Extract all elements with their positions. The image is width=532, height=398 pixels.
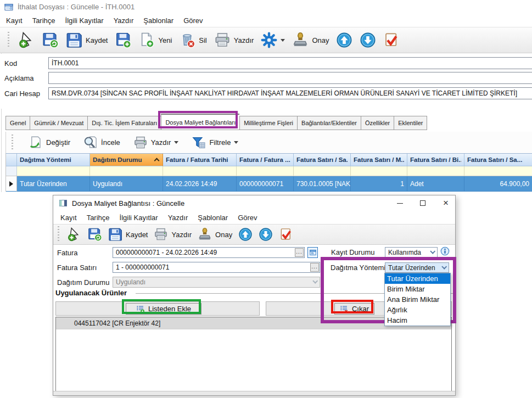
column-header[interactable]: Fatura Satırı / Sa... — [294, 154, 351, 166]
column-header[interactable]: Fatura / Fatura Tarihi — [163, 154, 237, 166]
dropdown-option[interactable]: Birim Miktar — [385, 284, 450, 294]
tab[interactable]: Gümrük / Mevzuat — [30, 116, 87, 130]
tab[interactable]: Genel — [5, 116, 30, 130]
menu-item[interactable]: Yazdır — [109, 15, 139, 26]
dialog-print-button[interactable]: Yazdır — [154, 227, 192, 242]
filter-cell[interactable] — [351, 166, 407, 176]
fatura-input[interactable] — [113, 247, 305, 258]
dialog-save-button[interactable]: Kaydet — [108, 227, 148, 242]
edit-row-button[interactable]: Değiştir — [29, 136, 70, 150]
previous-record-button[interactable] — [336, 32, 352, 48]
fatura-satiri-lookup-button[interactable]: ... — [310, 263, 319, 272]
menu-item[interactable]: Şablonlar — [138, 15, 178, 26]
grid-cell[interactable]: Adet — [407, 176, 464, 192]
dialog-confirm-button[interactable] — [279, 227, 293, 242]
column-header[interactable]: Fatura Satırı / Bi... — [407, 154, 464, 166]
tab[interactable]: Dış. Tic. İşlem Faturaları — [87, 116, 161, 130]
approve-button[interactable]: Onay — [292, 32, 329, 48]
maximize-button[interactable] — [413, 197, 432, 210]
column-header[interactable]: Dağıtma Yöntemi — [17, 154, 90, 166]
dialog-menu-item[interactable]: Yazdır — [163, 212, 193, 223]
toolbar-drag-handle[interactable] — [8, 32, 9, 48]
menu-item[interactable]: İlgili Kayıtlar — [60, 15, 109, 26]
dialog-menu-item[interactable]: Kayıt — [55, 212, 82, 223]
new-button[interactable]: Yeni — [138, 32, 172, 48]
grid-cell[interactable]: 24.02.2026 14:49 — [163, 176, 237, 192]
dialog-toolbar-drag-handle[interactable] — [58, 226, 59, 243]
tab[interactable]: Millileştirme Fişleri — [239, 116, 297, 130]
close-button[interactable]: × — [436, 197, 455, 210]
inspect-row-button[interactable]: İncele — [83, 136, 120, 150]
next-record-button[interactable] — [360, 32, 376, 48]
filter-cell[interactable] — [464, 166, 532, 176]
products-listbox[interactable]: 0445117042 [CR Enjektör 42] — [55, 317, 452, 391]
tab[interactable]: Özellikler — [361, 116, 394, 130]
column-header[interactable]: Dağıtım Durumu — [90, 154, 163, 166]
cari-hesap-input[interactable] — [48, 87, 532, 99]
column-header[interactable]: Fatura Satırı / M... — [351, 154, 407, 166]
confirm-button[interactable] — [383, 32, 400, 48]
filter-button[interactable]: Filtrele — [192, 136, 238, 150]
fatura-satiri-input[interactable] — [113, 262, 320, 273]
grid-toolbar-drag-handle[interactable] — [12, 134, 13, 151]
dropdown-option[interactable]: Hacim — [385, 315, 450, 326]
delete-button[interactable]: Sil — [179, 32, 206, 48]
filter-cell[interactable] — [163, 166, 237, 176]
settings-button[interactable] — [261, 32, 285, 48]
grid-cell[interactable]: 000000000071 — [237, 176, 294, 192]
filter-cell[interactable] — [17, 166, 90, 176]
print-button[interactable]: Yazdır — [214, 32, 254, 48]
tab[interactable]: Eklentiler — [394, 116, 427, 130]
kod-input[interactable] — [48, 57, 532, 69]
cikar-button[interactable]: Çıkar — [334, 303, 374, 315]
fatura-open-form-button[interactable] — [307, 247, 318, 258]
aciklama-input[interactable] — [48, 72, 532, 84]
fatura-lookup-button[interactable]: ... — [295, 248, 304, 257]
dialog-menu-item[interactable]: Şablonlar — [193, 212, 233, 223]
grid-cell[interactable]: Tutar Üzerinden — [17, 176, 90, 192]
settings-dropdown-caret[interactable] — [281, 39, 285, 42]
minimize-button[interactable] — [390, 197, 409, 210]
dialog-save-and-continue-button[interactable] — [88, 227, 102, 242]
column-header[interactable]: Fatura / Fatura ... — [237, 154, 294, 166]
dialog-menu-item[interactable]: Tarihçe — [82, 212, 115, 223]
dialog-approve-button[interactable]: Onay — [198, 227, 232, 242]
record-info-button[interactable] — [440, 246, 450, 258]
tab[interactable]: Bağlantılar/Eklentiler — [297, 116, 361, 130]
kayit-durumu-combo[interactable]: Kullanımda — [385, 247, 438, 257]
dialog-titlebar[interactable]: Dosya Maliyet Bağlantısı : Güncelle × — [53, 195, 455, 211]
grid-cell[interactable]: 64.900,00 — [464, 176, 532, 192]
grid-print-caret[interactable] — [174, 141, 178, 144]
dialog-next-button[interactable] — [259, 227, 273, 242]
grid-cell[interactable]: 730.01.0005 [NAK... — [294, 176, 351, 192]
menu-item[interactable]: Görev — [178, 15, 208, 26]
tab[interactable]: Dosya Maliyet Bağlantıları — [161, 114, 239, 130]
column-header[interactable]: Fatura Satırı / Sa... — [464, 154, 532, 166]
grid-cell[interactable]: 1 — [351, 176, 407, 192]
menu-item[interactable]: Kayıt — [1, 15, 27, 26]
dropdown-option[interactable]: Ana Birim Miktar — [385, 294, 450, 305]
current-row-pointer-icon — [9, 181, 13, 187]
filter-cell[interactable] — [294, 166, 351, 176]
filter-cell[interactable] — [237, 166, 294, 176]
filter-caret[interactable] — [234, 141, 238, 144]
grid-cell[interactable]: Uygulandı — [90, 176, 163, 192]
save-as-button[interactable] — [115, 32, 131, 48]
dialog-previous-button[interactable] — [238, 227, 253, 242]
dagitma-yontemi-combo[interactable]: Tutar Üzerinden — [385, 262, 449, 273]
grid-print-button[interactable]: Yazdır — [133, 136, 179, 150]
tab-label: Gümrük / Mevzuat — [34, 120, 83, 126]
grid-data-row[interactable]: Tutar ÜzerindenUygulandı24.02.2026 14:49… — [6, 176, 532, 192]
dropdown-option[interactable]: Ağırlık — [385, 305, 450, 315]
save-and-continue-button[interactable] — [42, 32, 59, 48]
listeden-ekle-button[interactable]: Listeden Ekle — [126, 303, 201, 315]
filter-cell[interactable] — [90, 166, 163, 176]
menu-item[interactable]: Tarihçe — [27, 15, 60, 26]
dialog-menu-item[interactable]: Görev — [233, 212, 262, 223]
filter-cell[interactable] — [407, 166, 464, 176]
dropdown-option[interactable]: Tutar Üzerinden — [385, 273, 450, 284]
dialog-menu-item[interactable]: İlgili Kayıtlar — [115, 212, 163, 223]
save-button[interactable]: Kaydet — [66, 32, 108, 48]
dialog-new-record-button[interactable] — [68, 227, 82, 242]
new-record-button[interactable] — [19, 32, 35, 48]
